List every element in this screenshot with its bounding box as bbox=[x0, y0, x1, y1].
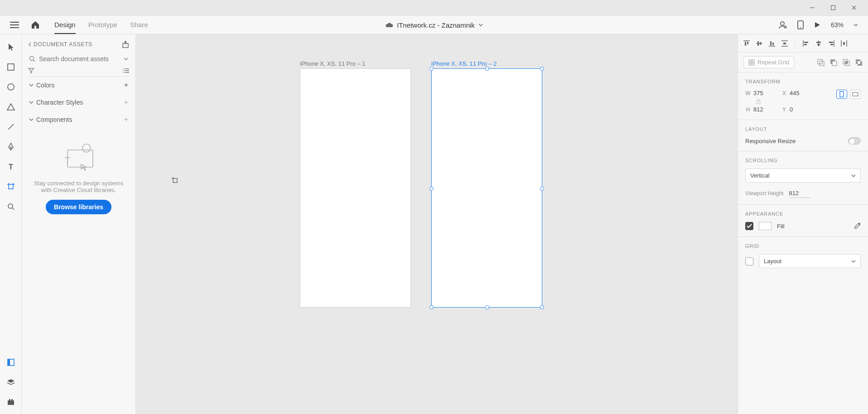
select-tool[interactable] bbox=[4, 40, 18, 54]
distribute-v-icon[interactable] bbox=[781, 39, 789, 48]
svg-line-15 bbox=[8, 124, 14, 130]
rectangle-tool[interactable] bbox=[4, 60, 18, 74]
bool-intersect-icon[interactable] bbox=[843, 59, 850, 66]
align-bottom-icon[interactable] bbox=[768, 39, 776, 48]
assets-back[interactable]: DOCUMENT ASSETS bbox=[28, 41, 92, 48]
fill-color-swatch[interactable] bbox=[759, 222, 772, 230]
height-input[interactable] bbox=[753, 106, 772, 113]
selection-handle[interactable] bbox=[429, 305, 434, 309]
chevron-down-icon[interactable] bbox=[124, 58, 128, 60]
invite-icon[interactable] bbox=[778, 20, 787, 29]
tab-design[interactable]: Design bbox=[54, 16, 76, 34]
grid-checkbox[interactable] bbox=[745, 257, 753, 265]
selection-handle[interactable] bbox=[485, 305, 489, 309]
pen-tool[interactable] bbox=[4, 140, 18, 154]
text-tool[interactable]: T bbox=[4, 159, 18, 174]
section-character-styles[interactable]: Character Styles + bbox=[28, 94, 129, 111]
assets-search-input[interactable] bbox=[39, 55, 120, 63]
close-button[interactable] bbox=[849, 3, 859, 13]
svg-point-14 bbox=[8, 84, 14, 90]
bool-exclude-icon[interactable] bbox=[855, 59, 863, 66]
export-icon[interactable] bbox=[122, 41, 129, 48]
play-preview-icon[interactable] bbox=[814, 21, 821, 29]
selection-handle[interactable] bbox=[540, 305, 544, 309]
line-tool[interactable] bbox=[4, 120, 18, 134]
fill-checkbox[interactable] bbox=[745, 222, 753, 230]
section-components[interactable]: Components + bbox=[28, 111, 129, 128]
selection-handle[interactable] bbox=[429, 67, 434, 71]
polygon-tool[interactable] bbox=[4, 100, 18, 114]
tab-prototype[interactable]: Prototype bbox=[88, 16, 117, 34]
align-right-icon[interactable] bbox=[827, 39, 835, 48]
artboard-1-label[interactable]: iPhone X, XS, 11 Pro – 1 bbox=[300, 60, 366, 67]
assets-panel-toggle[interactable] bbox=[4, 355, 18, 370]
add-color-button[interactable]: + bbox=[124, 81, 128, 89]
grid-title: GRID bbox=[745, 243, 861, 249]
chevron-down-icon bbox=[478, 24, 483, 26]
svg-rect-71 bbox=[749, 63, 751, 65]
filter-icon[interactable] bbox=[28, 68, 34, 73]
repeat-grid-button[interactable]: Repeat Grid bbox=[743, 56, 794, 68]
assets-panel: DOCUMENT ASSETS Colors + Character Style… bbox=[22, 34, 136, 414]
add-component-button[interactable]: + bbox=[124, 116, 128, 124]
browse-libraries-button[interactable]: Browse libraries bbox=[46, 200, 111, 214]
selection-handle[interactable] bbox=[429, 187, 434, 191]
landscape-button[interactable] bbox=[850, 90, 861, 99]
home-icon[interactable] bbox=[29, 19, 42, 31]
artboard-tool[interactable] bbox=[4, 179, 18, 194]
align-top-icon[interactable] bbox=[743, 39, 751, 48]
svg-point-31 bbox=[30, 57, 34, 61]
eyedropper-icon[interactable] bbox=[854, 222, 861, 230]
mobile-preview-icon[interactable] bbox=[797, 20, 804, 29]
svg-text:T: T bbox=[65, 155, 70, 165]
align-v-center-icon[interactable] bbox=[755, 39, 763, 48]
width-input[interactable] bbox=[753, 90, 772, 97]
viewport-height-input[interactable] bbox=[789, 189, 811, 198]
bool-add-icon[interactable] bbox=[817, 59, 825, 66]
x-input[interactable] bbox=[790, 90, 808, 97]
svg-rect-79 bbox=[845, 61, 848, 64]
svg-rect-39 bbox=[68, 150, 93, 167]
align-h-center-icon[interactable] bbox=[815, 39, 823, 48]
menu-icon[interactable] bbox=[8, 19, 21, 31]
section-colors[interactable]: Colors + bbox=[28, 77, 129, 94]
chevron-down-icon bbox=[29, 101, 34, 104]
zoom-tool[interactable] bbox=[4, 199, 18, 214]
portrait-button[interactable] bbox=[836, 90, 847, 99]
add-character-style-button[interactable]: + bbox=[124, 98, 128, 106]
artboard-2-label[interactable]: iPhone X, XS, 11 Pro – 2 bbox=[431, 60, 497, 67]
selection-handle[interactable] bbox=[540, 187, 544, 191]
artboard-2[interactable] bbox=[431, 68, 542, 308]
search-icon bbox=[29, 56, 35, 62]
selection-handle[interactable] bbox=[485, 67, 489, 71]
bool-subtract-icon[interactable] bbox=[830, 59, 837, 66]
chevron-left-icon bbox=[28, 42, 32, 47]
minimize-button[interactable] bbox=[807, 3, 817, 13]
lock-aspect-icon[interactable] bbox=[756, 99, 762, 104]
svg-rect-64 bbox=[829, 42, 833, 43]
layers-panel-toggle[interactable] bbox=[4, 375, 18, 390]
responsive-resize-toggle[interactable] bbox=[848, 137, 861, 144]
list-view-icon[interactable] bbox=[123, 68, 129, 73]
distribute-h-icon[interactable] bbox=[840, 39, 848, 48]
svg-rect-73 bbox=[818, 59, 822, 64]
plugins-panel-toggle[interactable] bbox=[4, 395, 18, 409]
grid-type-select[interactable]: Layout bbox=[759, 254, 861, 268]
svg-point-40 bbox=[82, 144, 91, 152]
svg-point-7 bbox=[781, 22, 784, 25]
selection-handle[interactable] bbox=[540, 67, 544, 71]
chevron-down-icon[interactable] bbox=[854, 24, 858, 26]
ellipse-tool[interactable] bbox=[4, 80, 18, 94]
canvas[interactable]: iPhone X, XS, 11 Pro – 1 iPhone X, XS, 1… bbox=[136, 34, 738, 414]
svg-rect-29 bbox=[11, 399, 13, 400]
zoom-dropdown[interactable]: 63% bbox=[831, 21, 844, 29]
y-input[interactable] bbox=[790, 106, 808, 113]
tab-share[interactable]: Share bbox=[130, 16, 148, 34]
chevron-down-icon bbox=[851, 174, 856, 177]
svg-line-32 bbox=[34, 60, 35, 62]
document-title[interactable]: ITnetwork.cz - Zaznamnik bbox=[385, 21, 483, 29]
maximize-button[interactable] bbox=[828, 3, 838, 13]
align-left-icon[interactable] bbox=[802, 39, 810, 48]
artboard-1[interactable] bbox=[300, 68, 411, 308]
scroll-direction-select[interactable]: Vertical bbox=[745, 168, 861, 183]
